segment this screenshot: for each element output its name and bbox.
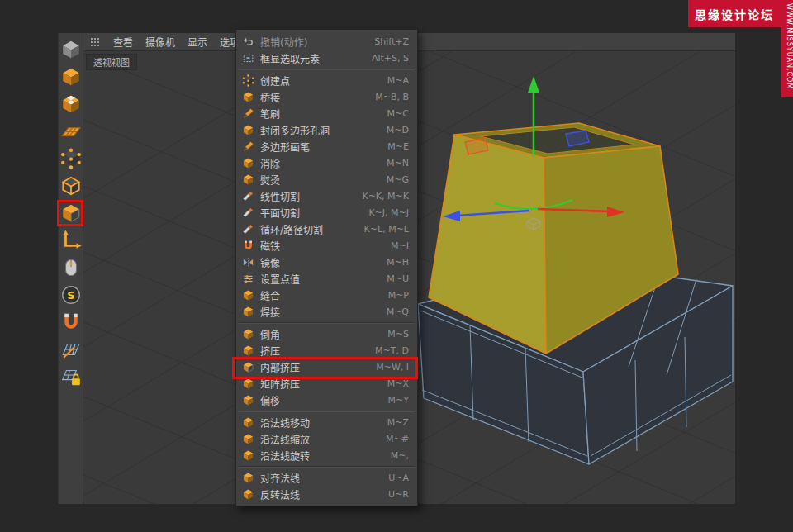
menu-item-set-point-value[interactable]: 设置点值 M~U [236,270,417,287]
magnet-icon [60,311,82,333]
iron-icon [242,173,254,186]
menu-item-weld[interactable]: 焊接 M~Q [236,303,417,320]
menu-item-inner-extrude[interactable]: 内部挤压 M~W, I [236,359,417,375]
axis-mode-icon [60,230,82,251]
application-window: 查看摄像机显示选项过滤 透视视图 撤销(动作) Shift+Z 框显选取元素 A… [0,0,793,532]
menu-item-label: 线性切割 [260,189,300,203]
texture-mode-icon [60,93,82,115]
menu-item-shortcut: M~D [387,125,409,135]
axis-mode-button[interactable] [59,229,83,252]
smooth-shift-icon [242,394,254,406]
menu-item-label: 沿法线移动 [260,416,310,430]
workplane-lock-button[interactable] [59,365,83,388]
menu-item-label: 内部挤压 [260,360,300,374]
menu-item-label: 桥接 [260,90,280,104]
menu-item-label: 沿法线旋转 [260,449,310,463]
snap-toggle-button[interactable] [59,283,83,306]
align-normals-icon [242,472,254,484]
reverse-normals-icon [242,488,254,501]
menu-item-undo[interactable]: 撤销(动作) Shift+Z [236,33,417,50]
menu-item-normal-move[interactable]: 沿法线移动 M~Z [236,414,417,430]
menu-item-loop-path-cut[interactable]: 循环/路径切割 K~L, M~L [236,221,417,237]
menu-item-shortcut: K~J, M~J [368,207,409,218]
points-mode-button[interactable] [59,147,83,170]
model-mode-icon [60,66,82,88]
workplane-grid-button[interactable] [59,338,83,361]
menu-item-line-cut[interactable]: 线性切割 K~K, M~K [236,188,417,204]
polygons-mode-button[interactable] [59,202,83,225]
menu-item-shortcut: M~G [387,174,409,185]
menu-item-bridge[interactable]: 桥接 M~B, B [236,88,417,105]
mouse-icon [60,257,82,278]
workplane-mode-button[interactable] [59,120,83,143]
workplane-mode-icon [60,121,82,142]
menu-item-polygon-pen[interactable]: 多边形画笔 M~E [236,138,417,154]
menu-separator [239,463,415,469]
menu-item-label: 沿法线缩放 [260,432,310,446]
magnet-tool-button[interactable] [59,311,83,334]
tweak-mode-button[interactable] [59,256,83,279]
menu-item-extrude[interactable]: 挤压 M~T, D [236,342,417,359]
normal-rotate-icon [242,449,254,462]
viewport-menu-display[interactable]: 显示 [188,35,207,49]
menu-item-normal-scale[interactable]: 沿法线缩放 M~# [236,430,417,447]
menu-item-normal-rotate[interactable]: 沿法线旋转 M~, [236,447,417,463]
stitch-sew-icon [242,289,254,302]
normal-move-icon [242,416,254,429]
menu-item-label: 矩阵挤压 [260,377,300,391]
menu-item-dissolve[interactable]: 消除 M~N [236,154,417,171]
polygon-pen-icon [242,140,254,153]
set-point-value-icon [242,273,254,285]
watermark-site-name: 思缘设计论坛 [695,6,774,22]
texture-mode-button[interactable] [59,93,83,116]
menu-item-brush[interactable]: 笔刷 M~C [236,105,417,121]
brush-icon [242,107,254,120]
menu-item-shortcut: M~Q [387,306,409,317]
snap-icon [60,284,82,306]
menubar-grip-icon[interactable] [90,37,101,47]
polygons-mode-icon [60,202,82,224]
menu-item-stitch-sew[interactable]: 缝合 M~P [236,287,417,303]
extrude-icon [242,344,254,357]
mode-toolbar [58,33,83,504]
menu-item-label: 消除 [260,156,280,170]
undo-icon [242,36,254,48]
menu-item-plane-cut[interactable]: 平面切割 K~J, M~J [236,204,417,221]
edges-mode-button[interactable] [59,174,83,197]
viewport-menu-view[interactable]: 查看 [113,35,133,49]
context-menu: 撤销(动作) Shift+Z 框显选取元素 Alt+S, S 创建点 M~A 桥… [235,29,418,506]
menu-item-shortcut: M~C [387,108,409,119]
inner-extrude-icon [242,361,254,373]
make-editable-button[interactable] [59,38,83,61]
menu-item-reverse-normals[interactable]: 反转法线 U~R [236,486,417,502]
menu-item-label: 熨烫 [260,173,280,187]
menu-item-label: 循环/路径切割 [260,222,323,236]
menu-separator [239,66,415,72]
menu-item-shortcut: M~N [387,158,409,169]
bridge-icon [242,91,254,103]
menu-item-shortcut: M~A [387,75,409,86]
menu-item-frame-selected[interactable]: 框显选取元素 Alt+S, S [236,50,417,66]
view-label[interactable]: 透视视图 [86,54,137,70]
menu-item-smooth-shift[interactable]: 偏移 M~Y [236,392,417,408]
menu-item-iron[interactable]: 熨烫 M~G [236,171,417,188]
menu-item-create-point[interactable]: 创建点 M~A [236,72,417,88]
menu-item-align-normals[interactable]: 对齐法线 U~A [236,469,417,486]
menu-item-label: 撤销(动作) [260,35,307,49]
model-mode-button[interactable] [59,65,83,88]
viewport-menu-camera[interactable]: 摄像机 [145,35,175,49]
menu-item-mirror[interactable]: 镜像 M~H [236,254,417,270]
menu-item-label: 挤压 [260,344,280,358]
menu-item-shortcut: M~E [387,141,409,152]
menu-item-magnet[interactable]: 磁铁 M~I [236,237,417,254]
magnet-tool-icon [242,240,254,252]
menu-item-close-polygon-hole[interactable]: 封闭多边形孔洞 M~D [236,121,417,138]
mirror-icon [242,256,254,268]
menu-item-bevel[interactable]: 倒角 M~S [236,325,417,342]
menu-item-shortcut: M~, [391,450,409,461]
menu-item-shortcut: Shift+Z [374,36,409,47]
menu-item-label: 镜像 [260,255,280,269]
watermark-url: WWW.MISSYUAN.COM [781,0,793,97]
menu-item-matrix-extrude[interactable]: 矩阵挤压 M~X [236,375,417,392]
menu-item-shortcut: M~H [387,257,409,268]
